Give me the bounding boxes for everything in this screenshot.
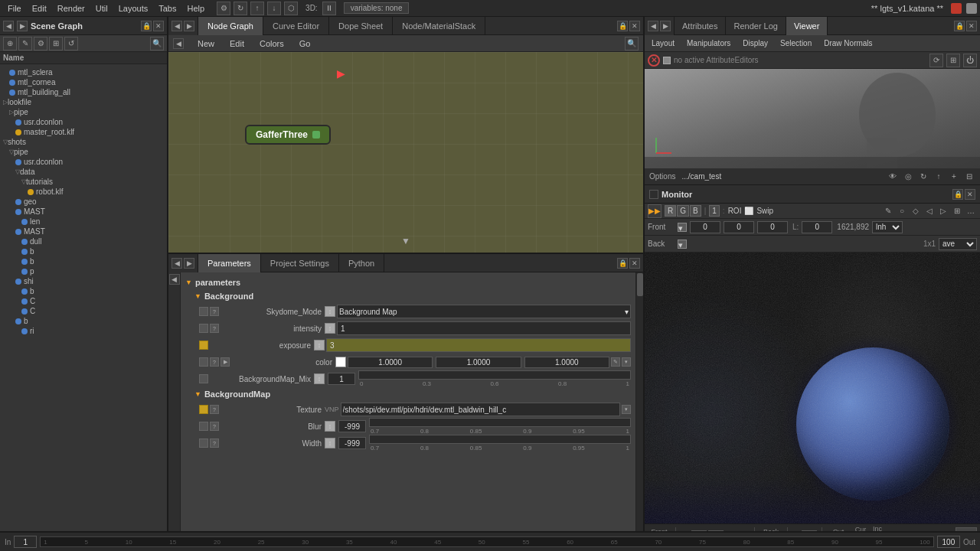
blur-sq2[interactable]: ? (210, 422, 219, 431)
front-arrow-icon[interactable]: ▾ (678, 223, 687, 232)
tree-item[interactable]: b (0, 316, 167, 326)
width-sq1[interactable] (199, 439, 208, 448)
params-scrollbar[interactable] (635, 272, 643, 551)
color-sq1[interactable] (199, 357, 208, 367)
tree-item[interactable]: ▷ lookfile (0, 97, 167, 107)
go-btn[interactable]: Go (295, 38, 315, 49)
skydome-sq1[interactable] (199, 307, 208, 316)
upload-icon[interactable]: ↑ (250, 2, 264, 15)
manipulators-btn[interactable]: Manipulators (683, 38, 734, 48)
color-swatch[interactable] (335, 357, 346, 367)
sg-lock-icon[interactable]: 🔒 (141, 21, 152, 31)
tab-dope-sheet[interactable]: Dope Sheet (329, 17, 393, 35)
color-dropdown-icon[interactable]: ▾ (622, 357, 631, 367)
ng-left-icon[interactable]: ◀ (173, 38, 184, 49)
front-x-input[interactable] (690, 221, 720, 233)
sg-nav-left[interactable]: ◀ (3, 21, 14, 31)
mc-forward-icon[interactable]: ▶▶ (648, 204, 662, 218)
blur-slider-track[interactable]: 0.7 0.8 0.85 0.9 0.95 1 (369, 418, 631, 435)
intensity-input[interactable] (337, 321, 631, 335)
tree-item[interactable]: ri (0, 326, 167, 336)
tab-parameters[interactable]: Parameters (198, 254, 261, 272)
intensity-sq1[interactable] (199, 324, 208, 333)
tree-item[interactable]: usr.dconlon (0, 157, 167, 167)
tree-item[interactable]: len (0, 217, 167, 227)
timeline-out-input[interactable] (937, 536, 960, 548)
texture-yellow-sq[interactable] (199, 405, 208, 414)
attr-grid-icon[interactable]: ⊞ (946, 54, 960, 67)
blur-link-icon[interactable]: ↕ (325, 421, 335, 432)
node-canvas[interactable]: ▶ GafferThree ▼ (168, 52, 643, 253)
params-left-up[interactable]: ◀ (169, 274, 180, 285)
texture-dropdown-icon[interactable]: ▾ (622, 405, 631, 414)
ng-zoom-icon[interactable]: 🔍 (625, 37, 639, 51)
close-button[interactable] (951, 3, 962, 14)
ng-close-icon[interactable]: ✕ (629, 21, 640, 31)
tab-python[interactable]: Python (339, 254, 384, 272)
rp-close-icon[interactable]: ✕ (966, 21, 977, 31)
tree-item[interactable]: robot.klf (0, 187, 167, 197)
tab-render-log[interactable]: Render Log (726, 17, 786, 35)
tree-item[interactable]: MAST (0, 227, 167, 236)
mc-right-icon[interactable]: ▷ (937, 205, 949, 217)
sg-tool1[interactable]: ⊕ (3, 37, 17, 51)
sg-tool3[interactable]: ⚙ (34, 37, 47, 51)
mc-swip-btn[interactable]: Swip (756, 207, 773, 215)
tree-item[interactable]: b (0, 286, 167, 296)
width-link-icon[interactable]: ↕ (325, 438, 335, 448)
menu-edit[interactable]: Edit (28, 2, 51, 15)
pause-icon[interactable]: ⏸ (322, 2, 336, 15)
ng-lock-icon[interactable]: 🔒 (617, 21, 628, 31)
gaffer-three-node[interactable]: GafferThree (245, 125, 331, 145)
front-l-input[interactable] (802, 221, 832, 233)
minimize-button[interactable] (966, 3, 977, 14)
params-close-icon[interactable]: ✕ (629, 258, 640, 269)
mc-settings-icon[interactable]: … (965, 205, 977, 217)
tree-item[interactable]: ▽ pipe (0, 147, 167, 157)
back-method-select[interactable]: ave (939, 238, 977, 250)
bg-mix-sq[interactable] (199, 374, 208, 383)
options-eye-icon[interactable]: 👁 (887, 171, 899, 183)
timeline-in-input[interactable] (14, 536, 37, 548)
tree-item[interactable]: MAST (0, 207, 167, 217)
sg-search-icon[interactable]: 🔍 (150, 37, 164, 51)
menu-help[interactable]: Help (182, 2, 209, 15)
mc-channel-r[interactable]: R (665, 205, 676, 217)
download-icon[interactable]: ↓ (267, 2, 281, 15)
params-nav-right[interactable]: ▶ (184, 258, 194, 269)
tree-item[interactable]: C (0, 306, 167, 316)
tab-project-settings[interactable]: Project Settings (261, 254, 339, 272)
skydome-sq2[interactable]: ? (210, 307, 219, 316)
menu-tabs[interactable]: Tabs (154, 2, 181, 15)
tab-viewer[interactable]: Viewer (786, 17, 828, 35)
params-scroll-thumb[interactable] (637, 273, 643, 296)
link-icon[interactable]: ⬡ (284, 2, 298, 15)
tree-item[interactable]: b (0, 246, 167, 256)
background-section-header[interactable]: ▼ Background (184, 289, 632, 303)
menu-util[interactable]: Util (91, 2, 113, 15)
menu-file[interactable]: File (3, 2, 26, 15)
mc-grid-icon[interactable]: ⊞ (951, 205, 963, 217)
color-sq2[interactable]: ? (210, 357, 219, 367)
intensity-sq2[interactable]: ? (210, 324, 219, 333)
options-target-icon[interactable]: ◎ (902, 171, 914, 183)
exposure-link-icon[interactable]: ↕ (314, 340, 325, 350)
blur-input[interactable] (338, 420, 366, 432)
attr-power-icon[interactable]: ⏻ (963, 54, 977, 67)
tree-item[interactable]: mtl_cornea (0, 77, 167, 87)
bg-map-section-header[interactable]: ▼ BackgroundMap (184, 387, 632, 401)
back-arrow-icon[interactable]: ▾ (678, 240, 687, 249)
tab-node-graph[interactable]: Node Graph (198, 17, 263, 35)
blur-sq1[interactable] (199, 422, 208, 431)
bg-mix-link-icon[interactable]: ↕ (314, 373, 325, 384)
texture-sq2[interactable]: ? (210, 405, 219, 414)
mc-circle-icon[interactable]: ○ (896, 205, 908, 217)
tree-item[interactable]: usr.dconlon (0, 117, 167, 127)
intensity-link-icon[interactable]: ↕ (325, 323, 335, 334)
tree-item[interactable]: shi (0, 276, 167, 286)
sg-tool5[interactable]: ↺ (64, 37, 78, 51)
mc-roi-btn[interactable]: ROI (728, 207, 742, 215)
display-btn[interactable]: Display (739, 38, 772, 48)
monitor-close-icon[interactable]: ✕ (965, 189, 975, 200)
menu-layouts[interactable]: Layouts (114, 2, 153, 15)
